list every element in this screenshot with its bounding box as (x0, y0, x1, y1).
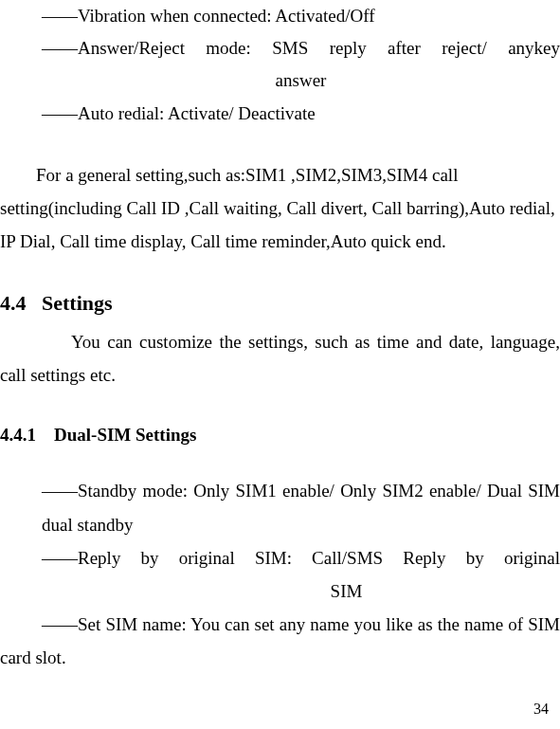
standby-mode-item: ――Standby mode: Only SIM1 enable/ Only S… (42, 474, 560, 540)
reply-original-item: ――Reply by original SIM: Call/SMS Reply … (42, 541, 560, 574)
list-item-answer-reject-cont: answer (42, 64, 560, 97)
general-setting-paragraph: For a general setting,such as:SIM1 ,SIM2… (0, 158, 560, 258)
set-sim-name-item: ――Set SIM name: You can set any name you… (0, 608, 560, 674)
set-sim-name-text: ――Set SIM name: You can set any name you… (0, 614, 560, 667)
subsection-title: Dual-SIM Settings (54, 425, 196, 445)
subsection-number: 4.4.1 (0, 425, 36, 445)
list-item-answer-reject: ——Answer/Reject mode: SMS reply after re… (42, 32, 560, 64)
page-number: 34 (533, 701, 549, 718)
general-setting-text: For a general setting,such as:SIM1 ,SIM2… (0, 165, 555, 251)
subsection-heading: 4.4.1 Dual-SIM Settings (0, 425, 560, 446)
section-intro: You can customize the settings, such as … (0, 325, 560, 392)
reply-original-item-cont: SIM (133, 574, 560, 608)
list-item-auto-redial: ——Auto redial: Activate/ Deactivate (42, 98, 560, 130)
list-item-vibration: ——Vibration when connected: Activated/Of… (42, 0, 560, 32)
section-heading: 4.4 Settings (0, 291, 560, 316)
section-number: 4.4 (0, 291, 27, 315)
section-title: Settings (42, 291, 113, 315)
